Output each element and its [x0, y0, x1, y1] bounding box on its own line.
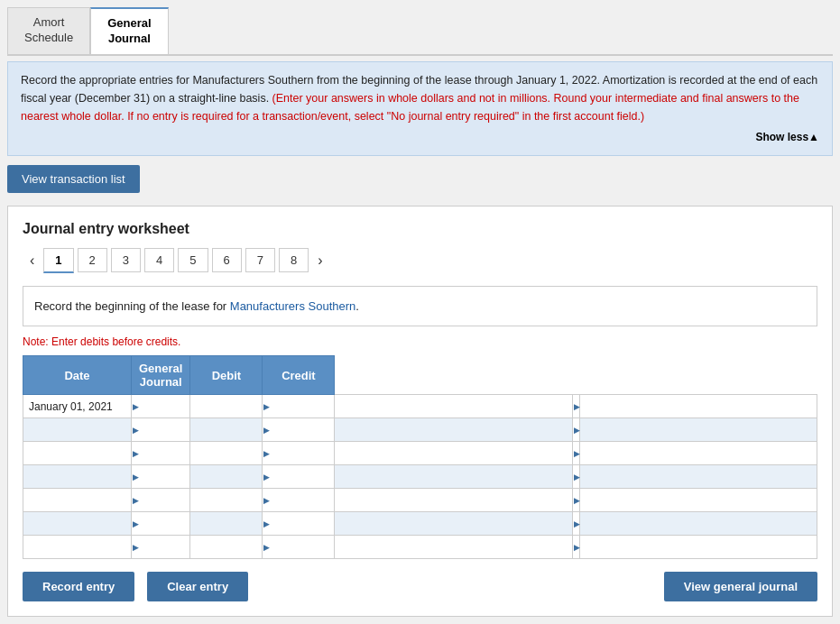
table-row — [23, 536, 817, 559]
row-3-credit[interactable] — [579, 442, 817, 465]
tab-amort-schedule[interactable]: Amort Schedule — [7, 7, 90, 54]
row-6-debit-input[interactable] — [335, 512, 571, 535]
row-4-debit[interactable] — [335, 465, 572, 489]
row-7-credit[interactable] — [579, 536, 817, 559]
row-6-debit[interactable] — [335, 512, 572, 536]
page-1-button[interactable]: 1 — [43, 248, 73, 273]
row-1-debit-arrow — [263, 395, 335, 418]
pagination: ‹ 1 2 3 4 5 6 7 8 › — [23, 248, 817, 273]
row-5-journal[interactable] — [190, 489, 263, 512]
page-4-button[interactable]: 4 — [144, 248, 174, 272]
row-1-date: January 01, 2021 — [23, 395, 132, 418]
row-6-journal[interactable] — [190, 512, 263, 536]
page-3-button[interactable]: 3 — [111, 248, 141, 272]
row-7-arrow — [132, 536, 190, 559]
row-3-debit[interactable] — [335, 442, 572, 465]
worksheet-container: Journal entry worksheet ‹ 1 2 3 4 5 6 7 … — [7, 206, 833, 618]
record-entry-button[interactable]: Record entry — [23, 572, 134, 601]
page-next-button[interactable]: › — [310, 249, 329, 272]
row-5-date — [23, 489, 132, 512]
row-2-debit-input[interactable] — [335, 418, 571, 441]
row-7-debit[interactable] — [335, 536, 572, 559]
col-header-journal: General Journal — [132, 356, 190, 395]
row-6-arrow — [132, 512, 190, 536]
row-2-credit[interactable] — [579, 418, 817, 442]
row-4-debit-input[interactable] — [335, 465, 571, 488]
worksheet-title: Journal entry worksheet — [23, 221, 817, 237]
page-2-button[interactable]: 2 — [78, 248, 107, 272]
table-row — [23, 489, 817, 512]
row-1-arrow — [132, 395, 190, 418]
note-text: Note: Enter debits before credits. — [23, 335, 817, 348]
row-5-debit-input[interactable] — [335, 489, 571, 511]
row-5-journal-input[interactable] — [190, 489, 262, 511]
row-4-journal-input[interactable] — [190, 465, 262, 488]
row-2-journal-input[interactable] — [190, 418, 262, 441]
col-header-date: Date — [23, 356, 132, 395]
row-4-credit[interactable] — [579, 465, 817, 489]
row-4-credit-input[interactable] — [580, 465, 817, 488]
row-4-credit-arrow — [572, 465, 579, 489]
row-1-credit[interactable] — [579, 395, 817, 418]
row-5-credit[interactable] — [579, 489, 817, 512]
row-4-date — [23, 465, 132, 489]
info-box: Record the appropriate entries for Manuf… — [7, 61, 833, 156]
row-5-debit-arrow — [263, 489, 335, 512]
row-6-journal-input[interactable] — [190, 512, 262, 535]
page-prev-button[interactable]: ‹ — [23, 249, 42, 272]
table-row — [23, 442, 817, 465]
row-3-credit-input[interactable] — [580, 442, 817, 464]
row-2-debit-arrow — [263, 418, 335, 442]
row-1-credit-arrow — [572, 395, 579, 418]
tab-general-journal[interactable]: General Journal — [90, 7, 168, 54]
row-1-credit-input[interactable] — [580, 395, 817, 418]
row-7-date — [23, 536, 132, 559]
row-4-journal[interactable] — [190, 465, 263, 489]
row-1-journal-input[interactable] — [190, 395, 262, 418]
page-7-button[interactable]: 7 — [245, 248, 275, 272]
row-2-debit[interactable] — [335, 418, 572, 442]
row-5-credit-input[interactable] — [580, 489, 817, 511]
row-6-credit-input[interactable] — [580, 512, 817, 535]
description-box: Record the beginning of the lease for Ma… — [23, 286, 817, 327]
col-header-credit: Credit — [263, 356, 335, 395]
col-header-debit: Debit — [190, 356, 263, 395]
row-5-credit-arrow — [572, 489, 579, 512]
show-less-link[interactable]: Show less▲ — [21, 129, 819, 146]
row-7-journal-input[interactable] — [190, 536, 262, 558]
row-7-credit-arrow — [572, 536, 579, 559]
row-3-date — [23, 442, 132, 465]
button-bar: Record entry Clear entry View general jo… — [23, 572, 817, 601]
row-2-journal[interactable] — [190, 418, 263, 442]
row-5-arrow — [132, 489, 190, 512]
description-highlight-text: Manufacturers Southern — [230, 299, 355, 313]
description-end-text: . — [355, 299, 359, 313]
row-1-debit[interactable] — [335, 395, 572, 418]
row-7-credit-input[interactable] — [580, 536, 817, 558]
table-row — [23, 418, 817, 442]
page-8-button[interactable]: 8 — [279, 248, 309, 272]
clear-entry-button[interactable]: Clear entry — [147, 572, 248, 601]
row-1-debit-input[interactable] — [335, 395, 571, 418]
row-2-date — [23, 418, 132, 442]
row-3-debit-input[interactable] — [335, 442, 571, 464]
table-row — [23, 465, 817, 489]
page-5-button[interactable]: 5 — [178, 248, 208, 272]
row-7-debit-input[interactable] — [335, 536, 571, 558]
row-3-credit-arrow — [572, 442, 579, 465]
row-6-credit[interactable] — [579, 512, 817, 536]
tab-bar: Amort Schedule General Journal — [7, 7, 833, 56]
view-transaction-button[interactable]: View transaction list — [7, 165, 140, 193]
row-5-debit[interactable] — [335, 489, 572, 512]
row-7-debit-arrow — [263, 536, 335, 559]
view-general-journal-button[interactable]: View general journal — [664, 572, 817, 601]
row-2-credit-input[interactable] — [580, 418, 817, 441]
row-7-journal[interactable] — [190, 536, 263, 559]
row-3-debit-arrow — [263, 442, 335, 465]
row-3-journal[interactable] — [190, 442, 263, 465]
page-6-button[interactable]: 6 — [212, 248, 242, 272]
table-row — [23, 512, 817, 536]
row-2-credit-arrow — [572, 418, 579, 442]
row-3-journal-input[interactable] — [190, 442, 262, 464]
row-1-journal[interactable] — [190, 395, 263, 418]
